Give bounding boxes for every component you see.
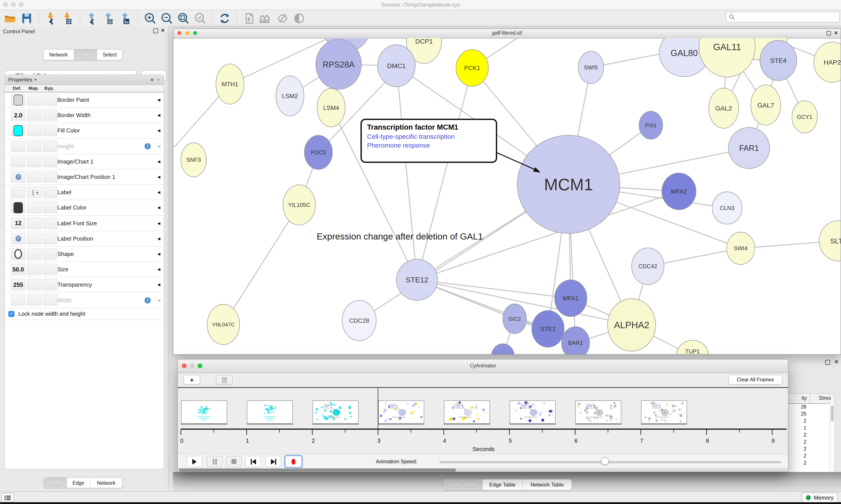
import-table-button[interactable] [61,11,75,25]
def-cell[interactable] [11,233,25,244]
network-edge[interactable] [417,68,472,280]
slider-thumb[interactable] [601,457,609,465]
show-all-button[interactable] [292,11,306,25]
tab-node[interactable]: Node [44,478,67,488]
properties-header[interactable]: Properties ▾ « « [5,75,164,85]
property-row-width[interactable]: Widthi◀ [5,293,164,308]
timeline-scrollbar[interactable] [178,468,788,472]
network-edge[interactable] [223,205,299,324]
map-cell[interactable] [27,140,42,152]
property-row-fill-color[interactable]: Fill Color◀ [5,123,164,139]
previous-frame-button[interactable] [245,456,261,467]
map-cell[interactable] [27,248,42,260]
map-cell[interactable] [27,264,42,275]
map-cell[interactable]: ⋮› [27,186,42,198]
add-frame-button[interactable]: + [183,375,200,384]
export-table-button[interactable] [102,11,116,25]
byp-cell[interactable] [43,94,57,106]
zoom-in-button[interactable] [143,11,157,25]
collapse-all-icon[interactable]: « [156,78,162,81]
byp-cell[interactable] [43,140,57,152]
frame-thumbnail-1[interactable] [247,401,293,425]
property-row-height[interactable]: Heighti◀ [5,139,164,154]
pause-button[interactable] [207,456,222,467]
tab-network-table[interactable]: Network Table [522,480,572,490]
property-row-border-paint[interactable]: Border Paint◀ [5,92,164,108]
map-cell[interactable] [27,125,42,137]
byp-cell[interactable] [43,186,57,198]
byp-cell[interactable] [43,125,57,137]
info-icon[interactable]: i [145,297,151,303]
expand-all-icon[interactable]: « [148,78,155,81]
byp-cell[interactable] [43,233,57,244]
map-cell[interactable] [27,217,42,229]
expand-row-arrow[interactable]: ◀ [157,159,160,164]
tab-network-bottom[interactable]: Network [90,478,122,488]
network-edge[interactable] [396,66,417,280]
tab-edge-table[interactable]: Edge Table [483,480,522,490]
show-panels-button[interactable] [1,493,14,502]
next-frame-button[interactable] [265,456,281,467]
column-header-stress[interactable]: Stres [819,395,831,401]
def-cell[interactable]: 255 [11,279,25,290]
export-network-button[interactable] [85,11,100,25]
property-row-label[interactable]: ⋮›Label◀ [5,185,164,200]
frame-thumbnail-5[interactable] [509,401,556,425]
export-image-button[interactable] [119,11,133,25]
annotation-link-2[interactable]: Pheromone response [367,141,490,149]
map-cell[interactable] [27,94,42,106]
def-cell[interactable] [11,94,25,106]
expand-row-arrow[interactable]: ◀ [157,298,160,302]
expand-row-arrow[interactable]: ◀ [157,144,160,148]
expand-row-arrow[interactable]: ◀ [157,113,160,118]
expand-row-arrow[interactable]: ◀ [157,190,160,194]
tab-style[interactable]: Style [74,50,97,60]
frame-thumbnail-4[interactable] [444,401,490,425]
zoom-fit-button[interactable] [177,11,191,25]
map-cell[interactable] [27,294,42,306]
table-vertical-scrollbar[interactable] [829,403,835,476]
property-row-image-chart-position-1[interactable]: Image/Chart Position 1◀ [5,169,164,185]
expand-row-arrow[interactable]: ◀ [157,98,160,102]
annotation-link-1[interactable]: Cell-type-specific transcription [367,133,490,140]
frame-thumbnail-0[interactable] [181,401,227,425]
expand-row-arrow[interactable]: ◀ [157,175,160,179]
def-cell[interactable]: 12 [11,217,25,229]
tab-network[interactable]: Network [43,50,74,60]
property-row-transparency[interactable]: 255Transparency◀ [5,277,164,293]
checkbox-checked-icon[interactable]: ✓ [8,311,15,317]
expand-row-arrow[interactable]: ◀ [157,236,160,241]
byp-cell[interactable] [43,109,57,121]
import-network-button[interactable] [44,11,58,25]
save-session-button[interactable] [20,11,34,25]
map-cell[interactable] [27,233,42,244]
hide-selected-button[interactable] [275,11,289,25]
property-row-image-chart-1[interactable]: Image/Chart 1◀ [5,154,164,169]
def-cell[interactable] [11,202,25,214]
close-view-icon[interactable]: ✕ [834,31,838,35]
def-cell[interactable] [11,140,25,152]
def-cell[interactable] [11,294,25,306]
byp-cell[interactable] [43,294,57,306]
expand-row-arrow[interactable]: ◀ [157,128,160,133]
tab-select[interactable]: Select [97,50,122,60]
property-row-shape[interactable]: Shape◀ [5,247,164,262]
memory-button[interactable]: Memory [802,492,838,503]
stop-button[interactable] [226,456,242,467]
expand-row-arrow[interactable]: ◀ [157,205,160,210]
def-cell[interactable] [11,186,25,198]
group-nodes-button[interactable] [259,11,273,25]
def-cell[interactable] [11,171,25,183]
map-cell[interactable] [27,109,42,121]
expand-row-arrow[interactable]: ◀ [157,267,160,271]
byp-cell[interactable] [43,217,57,229]
close-panel-icon[interactable]: ✕ [835,360,838,364]
property-row-label-color[interactable]: Label Color◀ [5,200,164,216]
play-button[interactable] [186,456,202,467]
property-row-label-position[interactable]: Label Position◀ [5,231,164,246]
refresh-layout-button[interactable] [218,11,232,25]
expand-row-arrow[interactable]: ◀ [157,283,160,287]
byp-cell[interactable] [43,156,57,167]
zoom-out-button[interactable] [160,11,174,25]
scrollbar-thumb[interactable] [179,468,456,471]
